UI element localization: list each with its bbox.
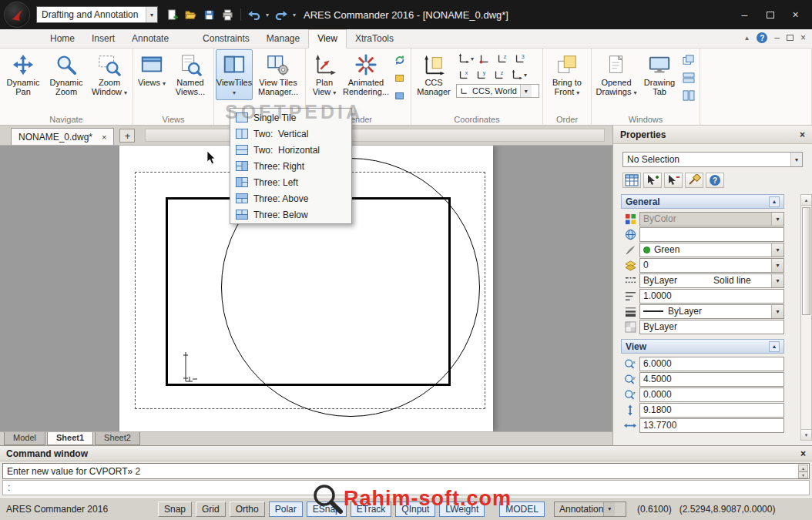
close-icon[interactable]: × <box>800 448 806 459</box>
ccs-origin-button[interactable] <box>477 52 492 65</box>
dynamic-zoom-button[interactable]: Dynamic Zoom <box>45 49 88 99</box>
ccs-xaxis-button[interactable]: x <box>456 68 471 82</box>
annotation-scale-select[interactable]: Annotation ▾ <box>554 502 626 517</box>
chevron-down-icon[interactable]: ▾ <box>771 305 783 318</box>
color-select[interactable]: ByColor ▾ <box>639 212 784 226</box>
scroll-down-icon[interactable]: ▾ <box>801 429 811 440</box>
collapse-section-icon[interactable]: ▲ <box>769 341 780 352</box>
close-icon[interactable]: × <box>800 129 805 140</box>
chevron-down-icon[interactable]: ▾ <box>771 274 783 287</box>
animated-rendering-button[interactable]: Animated Rendering... <box>341 49 391 99</box>
plan-view-button[interactable]: Plan View ▾ <box>307 49 341 100</box>
drawn-detail[interactable] <box>182 351 202 384</box>
tab-constraints[interactable]: Constraints <box>194 30 258 48</box>
chevron-down-icon[interactable]: ▾ <box>146 7 157 22</box>
workspace-selector[interactable]: Drafting and Annotation ▾ <box>36 6 158 23</box>
ccs-zaxis-button[interactable]: z <box>495 52 510 65</box>
drawn-rectangle[interactable] <box>166 197 451 386</box>
menu-item-three-below[interactable]: Three: Below <box>231 206 351 223</box>
toggle-qinput[interactable]: QInput <box>395 502 435 517</box>
tab-xtratools[interactable]: XtraTools <box>347 30 402 48</box>
linescale-field[interactable]: 1.0000 <box>639 289 784 304</box>
menu-item-two-horizontal[interactable]: Two: Horizontal <box>231 142 351 158</box>
view-tiles-manager-button[interactable]: View Tiles Manager... <box>253 49 304 99</box>
toggle-snap[interactable]: Snap <box>158 502 192 517</box>
print-button[interactable] <box>220 7 236 23</box>
minimize-button[interactable]: – <box>732 5 757 25</box>
tab-home[interactable]: Home <box>42 30 83 48</box>
child-close-icon[interactable]: × <box>800 32 806 43</box>
open-file-button[interactable] <box>183 7 199 23</box>
qat-customize-chevron-icon[interactable]: ▾ <box>291 12 297 18</box>
chevron-down-icon[interactable]: ▾ <box>603 502 615 516</box>
command-prompt[interactable]: : <box>2 480 810 495</box>
match-properties-button[interactable] <box>685 173 703 188</box>
tile-horizontal-button[interactable] <box>681 71 696 85</box>
undo-button[interactable] <box>246 7 262 23</box>
document-tab[interactable]: NONAME_0.dwg* × <box>11 128 114 145</box>
ccs-3point-button[interactable]: 3 <box>512 52 528 65</box>
menu-item-three-right[interactable]: Three: Right <box>231 158 351 174</box>
close-button[interactable]: × <box>783 5 808 25</box>
maximize-button[interactable] <box>757 5 783 25</box>
views-button[interactable]: Views ▾ <box>135 49 169 91</box>
chevron-down-icon[interactable]: ▾ <box>520 85 532 97</box>
viewtiles-button[interactable]: ViewTiles ▾ <box>216 49 253 100</box>
new-file-button[interactable] <box>164 7 180 23</box>
ccs-yaxis-button[interactable]: y <box>474 68 489 82</box>
tab-annotate[interactable]: Annotate <box>123 30 177 48</box>
collapse-ribbon-icon[interactable]: ▲ <box>743 35 750 42</box>
scroll-up-icon[interactable]: ▴ <box>801 195 811 206</box>
zoom-window-button[interactable]: Zoom Window ▾ <box>88 49 131 100</box>
toggle-esnap[interactable]: ESnap <box>307 502 347 517</box>
menu-item-three-left[interactable]: Three: Left <box>231 174 351 190</box>
camera-x-field[interactable]: 6.0000 <box>639 357 784 371</box>
view-height-field[interactable]: 9.1800 <box>639 403 784 418</box>
chevron-down-icon[interactable]: ▾ <box>790 153 802 166</box>
ccs-manager-button[interactable]: CCS Manager <box>413 49 455 99</box>
properties-help-button[interactable]: ? <box>706 173 724 188</box>
spin-down-icon[interactable]: ▾ <box>798 471 808 478</box>
sheet-tab-sheet2[interactable]: Sheet2 <box>95 432 140 445</box>
tab-insert[interactable]: Insert <box>83 30 123 48</box>
lights-button[interactable] <box>392 89 408 102</box>
toggle-etrack[interactable]: ETrack <box>351 502 392 517</box>
camera-y-field[interactable]: 4.5000 <box>639 372 784 387</box>
refresh-render-button[interactable] <box>392 53 408 67</box>
chevron-down-icon[interactable]: ▾ <box>771 259 783 272</box>
menu-item-single-tile[interactable]: Single Tile <box>231 109 351 126</box>
sheet-tab-sheet1[interactable]: Sheet1 <box>47 432 93 445</box>
dynamic-pan-button[interactable]: Dynamic Pan <box>2 49 45 99</box>
lineweight-select[interactable]: ByLayer ▾ <box>639 304 784 319</box>
ccs-view-button[interactable]: ▾ <box>509 68 528 82</box>
tab-view[interactable]: View <box>308 29 347 49</box>
layer-select[interactable]: Green ▾ <box>639 243 784 257</box>
command-input[interactable]: Enter new value for CVPORT» 2 ▴ ▾ <box>2 463 810 479</box>
scrollbar-track[interactable] <box>801 206 811 429</box>
ccs-select[interactable]: CCS, World ▾ <box>456 84 539 98</box>
menu-item-three-above[interactable]: Three: Above <box>231 190 351 206</box>
chevron-down-icon[interactable]: ▾ <box>771 243 783 257</box>
transparency-field[interactable]: ByLayer <box>639 320 784 334</box>
tab-manage[interactable]: Manage <box>258 30 308 48</box>
redo-button[interactable] <box>273 7 289 23</box>
named-views-button[interactable]: Named Views... <box>169 49 212 99</box>
section-view[interactable]: View ▲ <box>621 339 784 354</box>
section-general[interactable]: General ▲ <box>621 194 784 209</box>
tab-sheet[interactable] <box>177 41 194 48</box>
sheet-tab-model[interactable]: Model <box>4 432 45 445</box>
new-tab-button[interactable]: + <box>119 129 135 143</box>
spin-up-icon[interactable]: ▴ <box>798 465 808 471</box>
ccs-axis-button[interactable]: ▾ <box>456 52 475 65</box>
cascade-windows-button[interactable] <box>681 53 696 67</box>
bring-to-front-button[interactable]: Bring to Front ▾ <box>545 49 589 100</box>
toggle-lweight[interactable]: LWeight <box>439 502 485 517</box>
ccs-zrotate-button[interactable]: z <box>492 68 507 82</box>
handle-field[interactable] <box>639 227 784 242</box>
help-icon[interactable]: ? <box>757 32 767 43</box>
menu-item-two-vertical[interactable]: Two: Vertical <box>231 126 351 142</box>
selection-select[interactable]: No Selection ▾ <box>622 152 803 167</box>
materials-button[interactable] <box>392 71 408 85</box>
view-width-field[interactable]: 13.7700 <box>639 418 784 433</box>
scrollbar-thumb[interactable] <box>802 207 810 315</box>
